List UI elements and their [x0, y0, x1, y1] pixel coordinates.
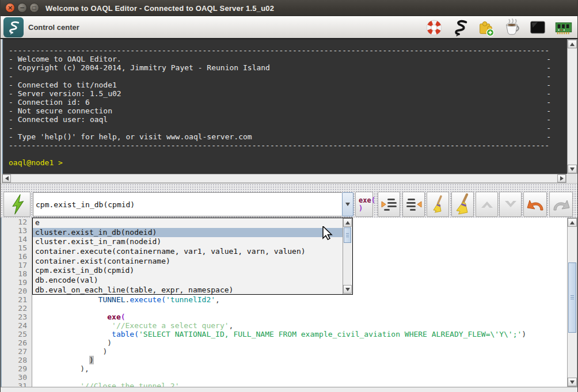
editor-vscrollbar[interactable]: [567, 218, 577, 387]
line-number: 31: [2, 382, 32, 387]
editor-line[interactable]: 29 ),: [2, 364, 567, 373]
terminal-output: ----------------------------------------…: [3, 39, 567, 167]
title-bar[interactable]: × − □ Welcome to OAQL Editor - Connected…: [1, 0, 578, 16]
editor-line[interactable]: 22: [2, 304, 567, 313]
mouse-cursor: [322, 226, 334, 240]
line-number: 18: [2, 269, 32, 278]
terminal-scroll-down-button[interactable]: [568, 165, 577, 173]
arrow-down-icon: [345, 288, 350, 291]
autocomplete-item[interactable]: container.exist(containername): [33, 257, 343, 267]
line-number: 12: [2, 218, 32, 226]
autocomplete-item[interactable]: cluster.exist_in_db(nodeid): [33, 228, 343, 238]
autocomplete-item[interactable]: e: [33, 218, 343, 228]
redo-arrow-icon: [552, 197, 571, 212]
autocomplete-scrollbar[interactable]: [343, 218, 352, 294]
terminal-scroll-right-button[interactable]: [557, 174, 566, 182]
terminal-panel[interactable]: ----------------------------------------…: [2, 39, 567, 174]
lifebuoy-icon: [424, 18, 444, 37]
autocomplete-item[interactable]: db.eval_on_each_line(table, expr, namesp…: [33, 286, 343, 295]
autocomplete-item[interactable]: container.execute(containername, var1, v…: [33, 247, 343, 257]
clean-all-button[interactable]: [451, 192, 474, 217]
autocomplete-item[interactable]: cpm.exist_in_db(cpmid): [33, 266, 343, 276]
autocomplete-item[interactable]: db.encode(val): [33, 276, 343, 286]
splitter-command-band[interactable]: exe( ): [1, 183, 578, 218]
editor-scroll-down-button[interactable]: [568, 378, 577, 386]
line-number: 19: [2, 278, 32, 287]
coffee-cup-icon: [502, 18, 522, 37]
line-number: 25: [2, 330, 32, 338]
scrollbar-corner: [567, 174, 577, 183]
line-number: 22: [2, 304, 32, 313]
exe-close-paren: ): [359, 204, 363, 212]
app-name-label: Control center: [28, 16, 79, 38]
maximize-icon: □: [30, 3, 39, 12]
arrow-left-icon: [5, 176, 9, 181]
command-dropdown-button[interactable]: [342, 192, 353, 216]
execute-button[interactable]: [3, 192, 31, 217]
arrow-down-icon: [570, 168, 575, 171]
lightning-bolt-icon: [8, 193, 26, 215]
arrow-up-icon: [345, 221, 350, 224]
editor-vscroll-thumb[interactable]: [568, 262, 576, 333]
close-icon: ×: [6, 3, 14, 12]
editor-line[interactable]: 26 ): [2, 338, 567, 347]
terminal-scroll-left-button[interactable]: [2, 174, 11, 182]
small-broom-icon: [430, 195, 446, 214]
line-number: 14: [2, 235, 32, 243]
command-input[interactable]: [33, 192, 342, 216]
app-window: × − □ Welcome to OAQL Editor - Connected…: [0, 0, 578, 392]
line-number: 27: [2, 347, 32, 356]
editor-line[interactable]: 31 '//Close the tunnel 2',: [2, 382, 567, 387]
close-button[interactable]: ×: [5, 3, 15, 13]
editor-hscrollbar[interactable]: [1, 387, 578, 392]
editor-line[interactable]: 21 TUNNEL.execute('tunnelId2',: [2, 295, 567, 304]
terminal-screen-button[interactable]: [527, 17, 548, 38]
line-number: 17: [2, 261, 32, 269]
exe-label: exe: [359, 196, 371, 204]
arrow-right-icon: [560, 176, 564, 181]
line-number: 28: [2, 356, 32, 364]
clean-line-button[interactable]: [427, 192, 449, 217]
add-plugin-button[interactable]: [476, 17, 496, 38]
indent-left-button[interactable]: [402, 192, 425, 217]
line-number: 29: [2, 364, 32, 373]
coffee-button[interactable]: [501, 17, 522, 38]
editor-line[interactable]: 27 ): [2, 347, 567, 356]
indent-right-button[interactable]: [378, 192, 400, 217]
autocomplete-scroll-up-button[interactable]: [343, 218, 352, 227]
arrow-up-icon: [570, 43, 575, 46]
exe-open-paren: (: [371, 196, 375, 204]
memory-card-icon: [554, 18, 573, 37]
move-up-button[interactable]: [476, 192, 498, 217]
autocomplete-scroll-thumb[interactable]: [344, 227, 351, 243]
snake-logo-icon: [6, 20, 22, 36]
memory-card-button[interactable]: [553, 17, 574, 38]
editor-scroll-up-button[interactable]: [568, 218, 577, 227]
big-broom-icon: [453, 193, 473, 215]
terminal-scroll-up-button[interactable]: [568, 40, 577, 48]
editor-line[interactable]: 24 '//Execute a select query',: [2, 321, 567, 330]
editor-line[interactable]: 25 table('SELECT NATIONAL_ID, FULL_NAME …: [2, 330, 567, 338]
indent-right-icon: [381, 197, 398, 212]
undo-arrow-icon: [526, 197, 545, 212]
snake-tool-button[interactable]: [450, 17, 470, 38]
terminal-vscrollbar[interactable]: [567, 39, 577, 174]
wrap-exe-button[interactable]: exe( ): [355, 192, 373, 217]
editor-line[interactable]: 28 ): [2, 356, 567, 364]
autocomplete-scroll-down-button[interactable]: [343, 285, 352, 294]
redo-button[interactable]: [549, 192, 573, 217]
line-number: 26: [2, 338, 32, 347]
minimize-button[interactable]: −: [17, 3, 27, 13]
maximize-button[interactable]: □: [29, 3, 39, 13]
editor-line[interactable]: 23 exe(: [2, 313, 567, 321]
line-number: 16: [2, 252, 32, 261]
line-number: 20: [2, 287, 32, 295]
move-down-button[interactable]: [499, 192, 522, 217]
terminal-hscrollbar[interactable]: [2, 174, 566, 183]
undo-button[interactable]: [523, 192, 547, 217]
help-lifebuoy-button[interactable]: [424, 17, 444, 38]
editor-line[interactable]: 30: [2, 373, 567, 382]
line-number: 30: [2, 373, 32, 382]
autocomplete-item[interactable]: cluster.exist_in_ram(nodeid): [33, 237, 343, 247]
chevron-down-icon: [503, 198, 518, 211]
